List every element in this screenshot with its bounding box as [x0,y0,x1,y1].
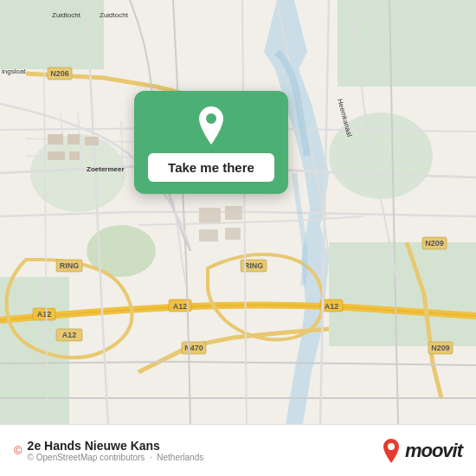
svg-text:N209: N209 [431,344,450,352]
location-name: 2e Hands Nieuwe Kans [28,439,204,453]
svg-rect-29 [48,134,63,145]
svg-point-42 [206,113,216,124]
svg-text:N209: N209 [425,239,444,248]
svg-rect-30 [68,134,80,145]
svg-rect-2 [338,0,476,87]
svg-text:RING: RING [244,261,264,270]
svg-text:Zuidtocht: Zuidtocht [100,11,129,19]
svg-rect-40 [199,229,218,241]
bottom-bar: © 2e Hands Nieuwe Kans © OpenStreetMap c… [0,424,476,476]
svg-text:N470: N470 [184,344,203,352]
svg-text:A12: A12 [173,302,188,311]
svg-rect-31 [85,137,99,145]
popup-card[interactable]: Take me there [134,91,288,194]
svg-rect-4 [329,242,476,346]
svg-text:ingsloat: ingsloat [2,68,26,75]
attribution-text: © OpenStreetMap contributors · Netherlan… [28,453,204,462]
svg-text:A12: A12 [37,310,52,318]
svg-text:N206: N206 [50,69,69,78]
moovit-logo: moovit [381,439,462,463]
osm-icon: © [14,444,23,457]
svg-point-43 [388,443,395,450]
svg-rect-32 [48,151,65,160]
svg-text:RING: RING [60,261,80,270]
svg-rect-38 [199,208,221,223]
moovit-brand-text: moovit [405,440,462,462]
svg-text:A12: A12 [325,302,339,311]
country-label: Netherlands [157,453,203,462]
location-pin-icon [196,106,227,145]
svg-rect-39 [225,206,242,220]
osm-attribution: © OpenStreetMap contributors [28,453,145,462]
svg-rect-33 [69,151,80,160]
svg-text:A12: A12 [62,331,77,339]
take-me-there-button[interactable]: Take me there [148,153,274,182]
bottom-left-info: © 2e Hands Nieuwe Kans © OpenStreetMap c… [14,439,203,462]
svg-text:Zuidtocht: Zuidtocht [52,11,81,19]
svg-rect-41 [225,228,241,240]
map-container: A12 A12 A12 N206 N470 N209 N209 RING A12… [0,0,476,424]
moovit-pin-icon [381,439,402,463]
svg-text:Zoetermeer: Zoetermeer [87,165,125,173]
